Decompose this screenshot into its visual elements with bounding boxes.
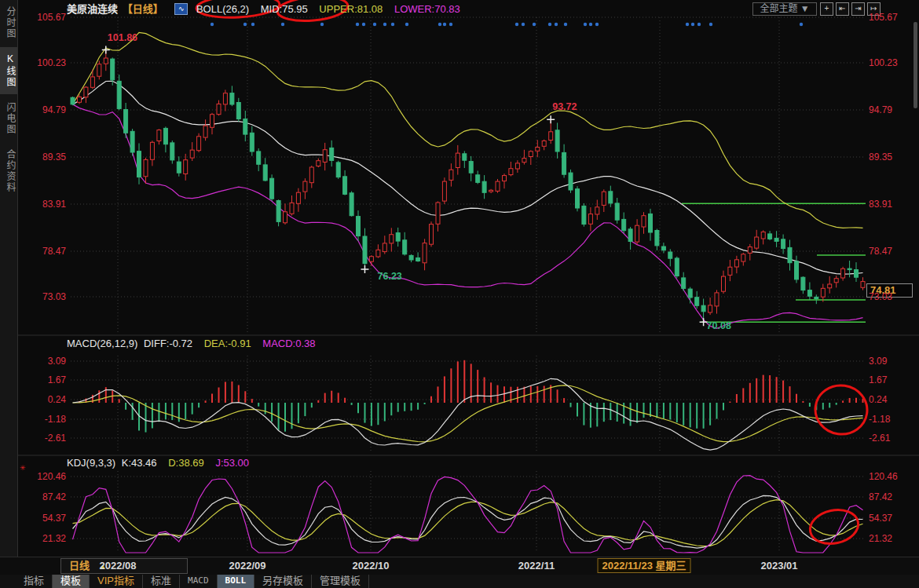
date-label-5: 2023/01 bbox=[761, 560, 798, 572]
date-axis-row: 日线 ▲ 2022/082022/092022/102022/112022/11… bbox=[0, 557, 919, 575]
tab-管理模板[interactable]: 管理模板 bbox=[312, 575, 369, 588]
svg-text:101.86: 101.86 bbox=[108, 32, 137, 43]
svg-text:93.72: 93.72 bbox=[552, 101, 577, 112]
theme-dropdown[interactable]: 全部主题 ▼ bbox=[752, 2, 817, 16]
date-label-0: 2022/08 bbox=[100, 560, 137, 572]
kdj-axis-label-left: 54.37 bbox=[19, 513, 66, 524]
price-axis-label-right: 105.67 bbox=[869, 12, 916, 23]
symbol-title: 美原油连续 bbox=[67, 2, 118, 16]
selected-date-label: 2022/11/23 星期三 bbox=[598, 558, 691, 573]
period-selector-label: 日线 bbox=[69, 560, 90, 572]
tab-模板[interactable]: 模板 bbox=[53, 575, 90, 588]
kdj-header: KDJ(9,3,3) K:43.46 D:38.69 J:53.00 bbox=[67, 456, 258, 469]
bottom-tab-bar: 指标模板VIP指标标准MACDBOLL另存模板管理模板 bbox=[0, 575, 919, 588]
price-axis-label-left: 89.35 bbox=[19, 152, 66, 163]
kdj-axis-label-right: 54.37 bbox=[869, 513, 916, 524]
price-axis-label-left: 100.23 bbox=[19, 57, 66, 68]
kdj-axis-label-right: 21.32 bbox=[869, 533, 916, 544]
macd-dea-value: DEA:-0.91 bbox=[204, 338, 251, 350]
date-label-3: 2022/11 bbox=[518, 560, 555, 572]
macd-name[interactable]: MACD(26,12,9) bbox=[67, 338, 137, 350]
hand-drawn-circle-annotations bbox=[196, 0, 870, 548]
boll-upper-value: UPPER:81.08 bbox=[319, 2, 383, 16]
boll-lower-value: LOWER:70.83 bbox=[394, 2, 460, 16]
chart-canvas: 101.8693.7276.2370.08 bbox=[0, 0, 919, 588]
macd-macd-value: MACD:0.38 bbox=[262, 338, 315, 350]
kdj-axis-label-right: 87.42 bbox=[869, 491, 916, 502]
price-axis-label-right: 100.23 bbox=[869, 57, 916, 68]
macd-panel-series bbox=[73, 360, 863, 450]
kdj-axis-label-left: 21.32 bbox=[19, 533, 66, 544]
crosshair-icon[interactable]: + bbox=[820, 2, 833, 16]
price-annotations: 101.8693.7276.2370.08 bbox=[102, 32, 731, 332]
price-axis-label-right: 83.91 bbox=[869, 199, 916, 210]
macd-diff-value: DIFF:-0.72 bbox=[144, 338, 192, 350]
scale-left-icon[interactable]: ⇤ bbox=[836, 2, 849, 16]
svg-text:76.23: 76.23 bbox=[378, 271, 402, 282]
macd-axis-label-right: 0.24 bbox=[869, 394, 916, 405]
macd-axis-label-right: -1.18 bbox=[869, 414, 916, 425]
kdj-j-value: J:53.00 bbox=[215, 457, 249, 469]
sidebar-item-0[interactable]: 分时图 bbox=[0, 0, 17, 46]
indicator-name[interactable]: BOLL(26,2) bbox=[196, 2, 249, 16]
event-dot-markers bbox=[211, 23, 803, 26]
chart-header: 美原油连续 【日线】 ∿ BOLL(26,2) MID:75.95 UPPER:… bbox=[67, 2, 469, 15]
tab-标准[interactable]: 标准 bbox=[143, 575, 180, 588]
macd-axis-label-left: 0.24 bbox=[19, 394, 66, 405]
macd-header: MACD(26,12,9) DIFF:-0.72 DEA:-0.91 MACD:… bbox=[67, 337, 324, 349]
candlestick-series bbox=[71, 50, 865, 323]
price-axis-label-right: 73.03 bbox=[869, 291, 916, 302]
kdj-axis-label-left: 120.46 bbox=[19, 471, 66, 482]
kdj-name[interactable]: KDJ(9,3,3) bbox=[67, 457, 115, 469]
left-sidebar: 分时图K线图闪电图合约资料 bbox=[0, 0, 18, 574]
macd-axis-label-right: -2.61 bbox=[869, 433, 916, 444]
kdj-k-value: K:43.46 bbox=[122, 457, 157, 469]
macd-axis-label-left: -2.61 bbox=[19, 433, 66, 444]
grid-lines bbox=[18, 17, 919, 553]
price-axis-label-left: 105.67 bbox=[19, 12, 66, 23]
tab-BOLL[interactable]: BOLL bbox=[218, 575, 255, 588]
price-axis-label-right: 78.47 bbox=[869, 246, 916, 257]
sidebar-item-3[interactable]: 合约资料 bbox=[0, 143, 17, 199]
date-label-1: 2022/09 bbox=[229, 560, 266, 572]
macd-axis-label-left: -1.18 bbox=[19, 414, 66, 425]
macd-axis-label-left: 3.09 bbox=[19, 356, 66, 367]
price-axis-label-left: 78.47 bbox=[19, 246, 66, 257]
kdj-panel-series bbox=[73, 476, 863, 553]
kdj-axis-label-right: 120.46 bbox=[869, 471, 916, 482]
boll-bands bbox=[73, 32, 863, 328]
sidebar-item-2[interactable]: 闪电图 bbox=[0, 96, 17, 141]
price-axis-label-left: 73.03 bbox=[19, 291, 66, 302]
price-axis-label-left: 94.79 bbox=[19, 104, 66, 115]
tab-另存模板[interactable]: 另存模板 bbox=[254, 575, 312, 588]
kdj-d-value: D:38.69 bbox=[168, 457, 204, 469]
trading-app-window: 101.8693.7276.2370.08 分时图K线图闪电图合约资料 美原油连… bbox=[0, 0, 919, 588]
price-axis-label-left: 83.91 bbox=[19, 199, 66, 210]
boll-mid-value: MID:75.95 bbox=[261, 2, 308, 16]
theme-dropdown-label: 全部主题 bbox=[760, 3, 797, 14]
price-axis-label-right: 89.35 bbox=[869, 152, 916, 163]
scale-right-icon[interactable]: ⇥ bbox=[851, 2, 865, 16]
tab-VIP指标[interactable]: VIP指标 bbox=[90, 575, 143, 588]
price-axis-label-right: 94.79 bbox=[869, 104, 916, 115]
tab-指标[interactable]: 指标 bbox=[16, 575, 53, 588]
chart-type-icon[interactable]: ∿ bbox=[174, 3, 188, 15]
date-label-2: 2022/10 bbox=[353, 560, 390, 572]
chevron-down-icon: ▼ bbox=[800, 3, 810, 14]
period-tag: 【日线】 bbox=[123, 2, 163, 16]
macd-axis-label-right: 3.09 bbox=[869, 356, 916, 367]
support-lines[interactable] bbox=[682, 203, 866, 322]
macd-axis-label-right: 1.67 bbox=[869, 374, 916, 385]
kdj-axis-label-left: 87.42 bbox=[19, 491, 66, 502]
sidebar-item-1[interactable]: K线图 bbox=[0, 47, 17, 94]
macd-axis-label-left: 1.67 bbox=[19, 374, 66, 385]
svg-text:70.08: 70.08 bbox=[707, 320, 731, 331]
tab-MACD[interactable]: MACD bbox=[180, 575, 218, 588]
